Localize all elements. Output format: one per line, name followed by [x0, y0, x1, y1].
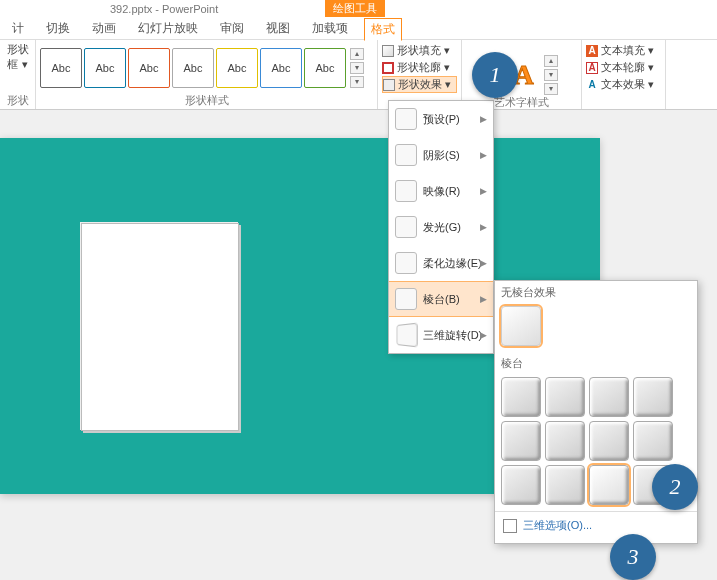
style-scroll[interactable]: ▴ ▾ ▾ — [350, 48, 364, 88]
tab-transitions[interactable]: 切换 — [40, 18, 76, 39]
chevron-right-icon: ▶ — [480, 222, 487, 232]
shape-effects-menu: 预设(P)▶ 阴影(S)▶ 映像(R)▶ 发光(G)▶ 柔化边缘(E)▶ 棱台(… — [388, 100, 494, 354]
preset-icon — [395, 108, 417, 130]
shape-button[interactable]: 形状 — [7, 42, 29, 57]
callout-1: 1 — [472, 52, 518, 98]
reflection-icon — [395, 180, 417, 202]
menu-shadow[interactable]: 阴影(S)▶ — [389, 137, 493, 173]
group-text-fill: A文本填充 ▾ A文本轮廓 ▾ A文本效果 ▾ — [582, 40, 666, 109]
chevron-right-icon: ▶ — [480, 114, 487, 124]
shape-outline-button[interactable]: 形状轮廓 ▾ — [382, 59, 457, 76]
glow-icon — [395, 216, 417, 238]
scroll-down-icon[interactable]: ▾ — [350, 62, 364, 74]
menu-bevel[interactable]: 棱台(B)▶ — [389, 281, 493, 317]
wordart-scroll[interactable]: ▴ ▾ ▾ — [544, 55, 558, 95]
text-outline-button[interactable]: A文本轮廓 ▾ — [586, 59, 661, 76]
scroll-down-icon[interactable]: ▾ — [544, 69, 558, 81]
menu-glow[interactable]: 发光(G)▶ — [389, 209, 493, 245]
bevel-none-header: 无棱台效果 — [495, 281, 697, 304]
shape-style-5[interactable]: Abc — [216, 48, 258, 88]
selected-rectangle-shape[interactable] — [81, 223, 239, 431]
chevron-right-icon: ▶ — [480, 150, 487, 160]
frame-button[interactable]: 框 ▾ — [7, 57, 27, 72]
bevel-option-2[interactable] — [545, 377, 585, 417]
group-insert-shapes: 形状 框 ▾ 形状 — [0, 40, 36, 109]
rotation-icon — [397, 323, 418, 348]
chevron-right-icon: ▶ — [480, 330, 487, 340]
effects-icon — [383, 79, 395, 91]
text-effects-icon: A — [586, 79, 598, 91]
bevel-option-11[interactable] — [589, 465, 629, 505]
bevel-3d-options[interactable]: 三维选项(O)... — [495, 511, 697, 539]
fill-icon — [382, 45, 394, 57]
group-shape-styles: Abc Abc Abc Abc Abc Abc Abc ▴ ▾ ▾ 形状样式 — [36, 40, 378, 109]
menu-3d-rotation[interactable]: 三维旋转(D)▶ — [389, 317, 493, 353]
bevel-option-10[interactable] — [545, 465, 585, 505]
shape-style-7[interactable]: Abc — [304, 48, 346, 88]
tab-addins[interactable]: 加载项 — [306, 18, 354, 39]
menu-preset[interactable]: 预设(P)▶ — [389, 101, 493, 137]
shape-style-2[interactable]: Abc — [84, 48, 126, 88]
ribbon: 形状 框 ▾ 形状 Abc Abc Abc Abc Abc Abc Abc ▴ … — [0, 40, 717, 110]
bevel-section-header: 棱台 — [495, 352, 697, 375]
outline-icon — [382, 62, 394, 74]
bevel-option-5[interactable] — [501, 421, 541, 461]
soft-edges-icon — [395, 252, 417, 274]
chevron-right-icon: ▶ — [480, 258, 487, 268]
chevron-right-icon: ▶ — [480, 186, 487, 196]
file-title: 392.pptx - PowerPoint — [110, 3, 218, 15]
text-fill-icon: A — [586, 45, 598, 57]
group-label-shapes: 形状 — [4, 93, 31, 107]
tab-slideshow[interactable]: 幻灯片放映 — [132, 18, 204, 39]
shape-style-1[interactable]: Abc — [40, 48, 82, 88]
bevel-option-8[interactable] — [633, 421, 673, 461]
shape-effects-button[interactable]: 形状效果 ▾ — [382, 76, 457, 93]
bevel-option-9[interactable] — [501, 465, 541, 505]
bevel-none[interactable] — [501, 306, 541, 346]
scroll-up-icon[interactable]: ▴ — [350, 48, 364, 60]
scroll-more-icon[interactable]: ▾ — [350, 76, 364, 88]
tab-animations[interactable]: 动画 — [86, 18, 122, 39]
group-label-shape-styles: 形状样式 — [40, 93, 373, 107]
shape-fill-button[interactable]: 形状填充 ▾ — [382, 42, 457, 59]
bevel-option-7[interactable] — [589, 421, 629, 461]
contextual-tool-label: 绘图工具 — [325, 0, 385, 17]
group-shape-fill: 形状填充 ▾ 形状轮廓 ▾ 形状效果 ▾ — [378, 40, 462, 109]
ribbon-tabs: 计 切换 动画 幻灯片放映 审阅 视图 加载项 格式 — [0, 18, 717, 40]
callout-2: 2 — [652, 464, 698, 510]
tab-format[interactable]: 格式 — [364, 18, 402, 41]
shadow-icon — [395, 144, 417, 166]
menu-soft-edges[interactable]: 柔化边缘(E)▶ — [389, 245, 493, 281]
shape-style-3[interactable]: Abc — [128, 48, 170, 88]
tab-design[interactable]: 计 — [6, 18, 30, 39]
tab-view[interactable]: 视图 — [260, 18, 296, 39]
shape-style-6[interactable]: Abc — [260, 48, 302, 88]
callout-3: 3 — [610, 534, 656, 580]
text-outline-icon: A — [586, 62, 598, 74]
tab-review[interactable]: 审阅 — [214, 18, 250, 39]
scroll-more-icon[interactable]: ▾ — [544, 83, 558, 95]
text-effects-button[interactable]: A文本效果 ▾ — [586, 76, 661, 93]
menu-reflection[interactable]: 映像(R)▶ — [389, 173, 493, 209]
options-icon — [503, 519, 517, 533]
title-bar: 392.pptx - PowerPoint 绘图工具 — [0, 0, 717, 18]
scroll-up-icon[interactable]: ▴ — [544, 55, 558, 67]
chevron-right-icon: ▶ — [480, 294, 487, 304]
bevel-option-4[interactable] — [633, 377, 673, 417]
text-fill-button[interactable]: A文本填充 ▾ — [586, 42, 661, 59]
shape-style-4[interactable]: Abc — [172, 48, 214, 88]
bevel-icon — [395, 288, 417, 310]
bevel-option-6[interactable] — [545, 421, 585, 461]
bevel-option-1[interactable] — [501, 377, 541, 417]
bevel-option-3[interactable] — [589, 377, 629, 417]
